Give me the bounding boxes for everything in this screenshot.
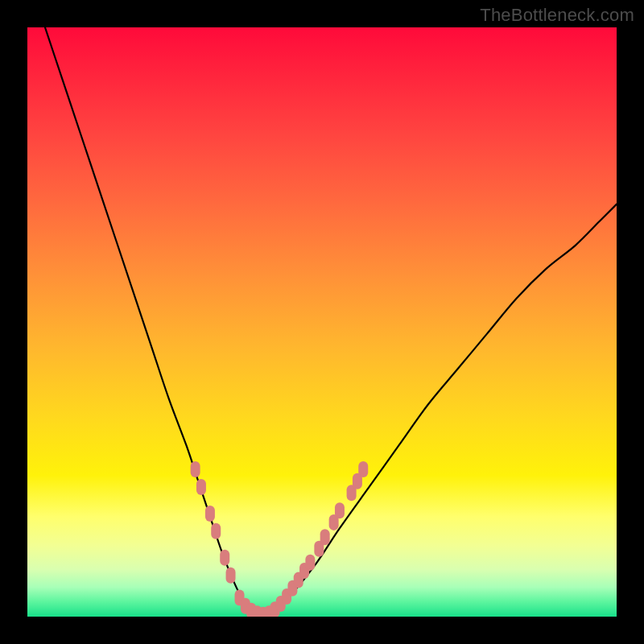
marker-point xyxy=(226,568,236,584)
plot-area xyxy=(27,27,617,617)
marker-point xyxy=(220,550,229,566)
watermark-text: TheBottleneck.com xyxy=(480,5,634,26)
marker-point xyxy=(211,523,221,539)
marker-point xyxy=(191,461,200,477)
highlight-markers xyxy=(191,461,369,617)
chart-frame: TheBottleneck.com xyxy=(0,0,644,644)
marker-point xyxy=(305,555,315,571)
marker-point xyxy=(196,479,206,495)
chart-svg xyxy=(27,27,617,617)
marker-point xyxy=(358,461,368,477)
marker-point xyxy=(205,506,215,522)
marker-point xyxy=(320,529,330,545)
marker-point xyxy=(335,502,345,518)
